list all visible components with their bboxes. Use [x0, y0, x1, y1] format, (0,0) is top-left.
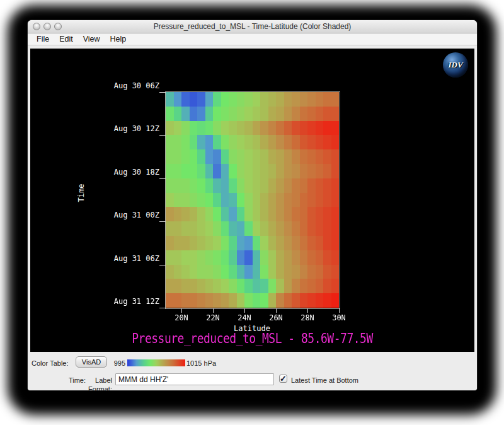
y-axis-tick [159, 265, 166, 265]
chart-title: Pressure_reduced_to_MSL - 85.6W-77.5W [30, 330, 474, 346]
x-axis-tick [307, 308, 308, 313]
y-axis-label: Aug 30 18Z [30, 168, 159, 177]
x-axis-label: 20N [166, 313, 197, 322]
visad-button[interactable]: VisAD [76, 356, 107, 368]
x-axis-tick [181, 308, 182, 313]
menu-item-file[interactable]: File [32, 33, 54, 45]
checkbox-label: Latest Time at Bottom [291, 376, 358, 385]
x-axis-tick [276, 308, 277, 313]
y-axis-label: Aug 30 06Z [30, 81, 159, 90]
x-axis-tick [213, 308, 214, 313]
y-axis-tick [159, 92, 166, 93]
x-axis-tick [244, 308, 245, 313]
color-legend-bar [127, 359, 185, 366]
x-axis-label: 30N [323, 313, 355, 322]
control-panel: Color Table: VisAD 995 1015 hPa Time: La… [28, 352, 477, 390]
y-axis-tick [159, 221, 166, 222]
app-window: Pressure_reduced_to_MSL - Time-Latitude … [28, 20, 477, 390]
window-title: Pressure_reduced_to_MSL - Time-Latitude … [28, 20, 477, 33]
menu-item-edit[interactable]: Edit [54, 33, 78, 45]
screenshot-stage: Pressure_reduced_to_MSL - Time-Latitude … [0, 0, 504, 425]
idv-logo: IDV [443, 52, 468, 78]
label-format-input[interactable] [115, 373, 274, 385]
idv-logo-text: IDV [448, 60, 462, 70]
x-axis-label: 22N [197, 313, 229, 322]
display-panel: IDV Time Latitude Pressure_reduced_to_MS… [30, 49, 474, 352]
x-axis-label: 26N [260, 313, 292, 322]
menu-item-help[interactable]: Help [105, 33, 132, 45]
legend-max-label: 1015 hPa [186, 359, 216, 368]
y-axis-label: Aug 30 12Z [30, 124, 159, 133]
menubar: FileEditViewHelp [28, 33, 477, 45]
y-axis-title: Time [77, 174, 86, 212]
legend-min-label: 995 [106, 359, 125, 368]
y-axis-label: Aug 31 00Z [30, 211, 159, 219]
latest-time-checkbox[interactable]: ✓ [279, 375, 287, 383]
y-axis-label: Aug 31 12Z [30, 297, 159, 306]
y-axis-tick [159, 308, 166, 308]
x-axis-label: 24N [229, 313, 260, 322]
x-axis-label: 28N [292, 313, 323, 322]
y-axis-tick [159, 135, 166, 136]
x-axis-tick [339, 308, 340, 313]
titlebar: Pressure_reduced_to_MSL - Time-Latitude … [28, 20, 477, 33]
y-axis-label: Aug 31 06Z [30, 254, 159, 263]
menu-item-view[interactable]: View [78, 33, 105, 45]
y-axis-tick [159, 178, 166, 179]
label-format-label: Label Format: [72, 376, 112, 390]
color-table-label: Color Table: [32, 359, 69, 368]
heatmap-canvas[interactable] [166, 92, 339, 308]
